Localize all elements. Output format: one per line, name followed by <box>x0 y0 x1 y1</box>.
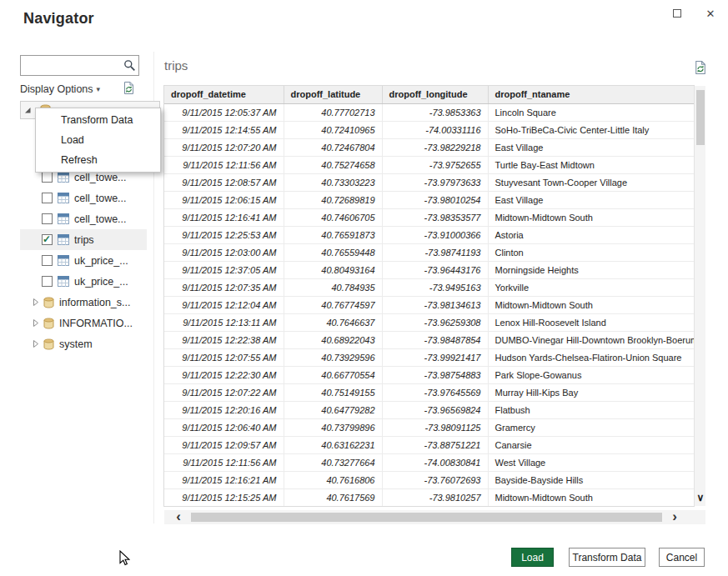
checkbox[interactable] <box>42 234 53 245</box>
database-icon <box>43 297 54 308</box>
table-cell: 40.72467804 <box>284 138 382 156</box>
table-icon <box>58 255 69 266</box>
table-cell: 40.72410965 <box>284 121 382 138</box>
tree-item-trips[interactable]: trips <box>20 229 147 250</box>
table-cell: Bayside-Bayside Hills <box>488 471 694 488</box>
table-cell: -73.96443176 <box>382 261 488 278</box>
table-cell: Yorkville <box>488 278 694 296</box>
table-cell: 40.7616806 <box>284 471 382 488</box>
menu-item-refresh[interactable]: Refresh <box>36 150 160 170</box>
table-cell: -73.96569824 <box>382 401 488 418</box>
tree-item-label: trips <box>74 234 94 246</box>
cancel-button[interactable]: Cancel <box>659 548 705 567</box>
menu-item-transform-data[interactable]: Transform Data <box>36 110 160 130</box>
table-cell: -73.98353577 <box>382 208 488 226</box>
table-cell: -73.98229218 <box>382 138 488 156</box>
search-input[interactable] <box>24 57 119 74</box>
table-row: 9/11/2015 12:09:57 AM40.63162231-73.8875… <box>164 436 694 453</box>
database-icon <box>43 318 54 329</box>
checkbox[interactable] <box>42 276 53 287</box>
table-cell: -73.96259308 <box>382 313 488 331</box>
scroll-left-arrow[interactable]: ‹ <box>171 510 186 524</box>
tree-item-information-s[interactable]: information_s... <box>20 292 147 313</box>
table-cell: East Village <box>488 191 694 208</box>
table-cell: 40.75274658 <box>284 156 382 173</box>
refresh-tree-icon[interactable] <box>122 81 136 98</box>
table-cell: Midtown-Midtown South <box>488 208 694 226</box>
table-cell: 40.63162231 <box>284 436 382 453</box>
close-icon: ✕ <box>706 8 715 20</box>
page-title: Navigator <box>23 10 94 28</box>
expand-arrow-icon[interactable] <box>33 339 39 348</box>
table-cell: DUMBO-Vinegar Hill-Downtown Brooklyn-Boe… <box>488 331 694 348</box>
display-options-dropdown[interactable]: Display Options ▾ <box>20 83 100 95</box>
window-controls: ✕ <box>666 3 721 23</box>
table-cell: -73.98134613 <box>382 296 488 313</box>
expand-arrow-icon[interactable] <box>33 318 39 328</box>
table-row: 9/11/2015 12:07:20 AM40.72467804-73.9822… <box>164 138 694 156</box>
table-cell: 40.72689819 <box>284 191 382 208</box>
scroll-down-arrow[interactable]: ∨ <box>695 491 706 504</box>
table-icon <box>58 193 69 203</box>
table-row: 9/11/2015 12:15:25 AM40.7617569-73.98102… <box>164 488 694 506</box>
table-cell: SoHo-TriBeCa-Civic Center-Little Italy <box>488 121 694 138</box>
maximize-button[interactable] <box>666 3 688 23</box>
context-menu: Transform DataLoadRefresh <box>35 108 161 173</box>
checkbox[interactable] <box>42 255 53 266</box>
tree-item-label: uk_price_... <box>74 255 128 267</box>
tree-item-label: cell_towe... <box>74 172 127 183</box>
table-cell: -73.98741193 <box>382 243 488 261</box>
table-cell: Midtown-Midtown South <box>488 488 694 506</box>
expanded-arrow-icon[interactable] <box>24 106 32 114</box>
table-cell: 9/11/2015 12:07:35 AM <box>164 278 284 296</box>
table-row: 9/11/2015 12:11:56 AM40.73277664-74.0083… <box>164 453 694 471</box>
checkbox[interactable] <box>42 193 53 203</box>
table-row: 9/11/2015 12:22:38 AM40.68922043-73.9848… <box>164 331 694 348</box>
table-cell: 40.77702713 <box>284 103 382 121</box>
tree-item-informatio[interactable]: INFORMATIO... <box>20 313 147 333</box>
expand-arrow-icon[interactable] <box>33 298 39 307</box>
preview-title: trips <box>164 58 188 73</box>
tree-item-cell-towe[interactable]: cell_towe... <box>20 208 147 229</box>
transform-data-button[interactable]: Transform Data <box>569 548 645 567</box>
vertical-scrollbar[interactable]: ∨ <box>694 86 705 506</box>
horizontal-scrollbar-thumb[interactable] <box>191 513 662 522</box>
preview-table-body: 9/11/2015 12:05:37 AM40.77702713-73.9853… <box>164 103 694 506</box>
checkbox[interactable] <box>42 172 53 183</box>
table-cell: 9/11/2015 12:14:55 AM <box>164 121 284 138</box>
table-cell: Hudson Yards-Chelsea-Flatiron-Union Squa… <box>488 348 694 366</box>
table-icon <box>58 172 69 183</box>
column-header-dropoff-longitude: dropoff_longitude <box>382 86 488 103</box>
table-cell: 9/11/2015 12:08:57 AM <box>164 173 284 191</box>
table-cell: 9/11/2015 12:07:22 AM <box>164 383 284 401</box>
preview-table: dropoff_datetimedropoff_latitudedropoff_… <box>164 86 694 506</box>
tree-item-system[interactable]: system <box>20 333 147 354</box>
load-button[interactable]: Load <box>511 548 554 567</box>
table-cell: 40.74606705 <box>284 208 382 226</box>
table-cell: -73.99921417 <box>382 348 488 366</box>
tree-item-uk-price[interactable]: uk_price_... <box>20 271 147 292</box>
search-icon[interactable] <box>123 59 136 75</box>
horizontal-scrollbar[interactable]: ‹ › <box>164 510 705 524</box>
mouse-cursor <box>119 550 130 569</box>
table-cell: Flatbush <box>488 401 694 418</box>
menu-item-load[interactable]: Load <box>36 130 160 150</box>
table-cell: 40.7646637 <box>284 313 382 331</box>
tree-item-uk-price[interactable]: uk_price_... <box>20 250 147 271</box>
table-cell: 9/11/2015 12:25:53 AM <box>164 226 284 243</box>
preview-table-head-row: dropoff_datetimedropoff_latitudedropoff_… <box>164 86 694 103</box>
table-cell: 9/11/2015 12:07:55 AM <box>164 348 284 366</box>
checkbox[interactable] <box>42 213 53 224</box>
tree-item-label: cell_towe... <box>74 213 127 225</box>
scroll-right-arrow[interactable]: › <box>667 510 682 524</box>
table-cell: 40.784935 <box>284 278 382 296</box>
refresh-preview-icon[interactable] <box>693 60 708 78</box>
tree-item-label: INFORMATIO... <box>59 318 133 329</box>
table-row: 9/11/2015 12:22:30 AM40.66770554-73.9875… <box>164 366 694 383</box>
table-cell: Murray Hill-Kips Bay <box>488 383 694 401</box>
vertical-scrollbar-thumb[interactable] <box>696 90 705 145</box>
display-options-label: Display Options <box>20 83 93 95</box>
close-button[interactable]: ✕ <box>700 3 721 23</box>
table-cell: 9/11/2015 12:12:04 AM <box>164 296 284 313</box>
tree-item-cell-towe[interactable]: cell_towe... <box>20 188 147 208</box>
